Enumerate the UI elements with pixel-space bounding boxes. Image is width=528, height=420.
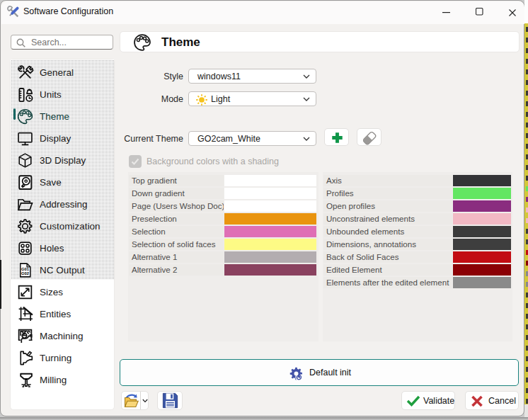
svg-text:G01: G01: [21, 267, 30, 271]
svg-text:G02: G02: [21, 271, 30, 276]
